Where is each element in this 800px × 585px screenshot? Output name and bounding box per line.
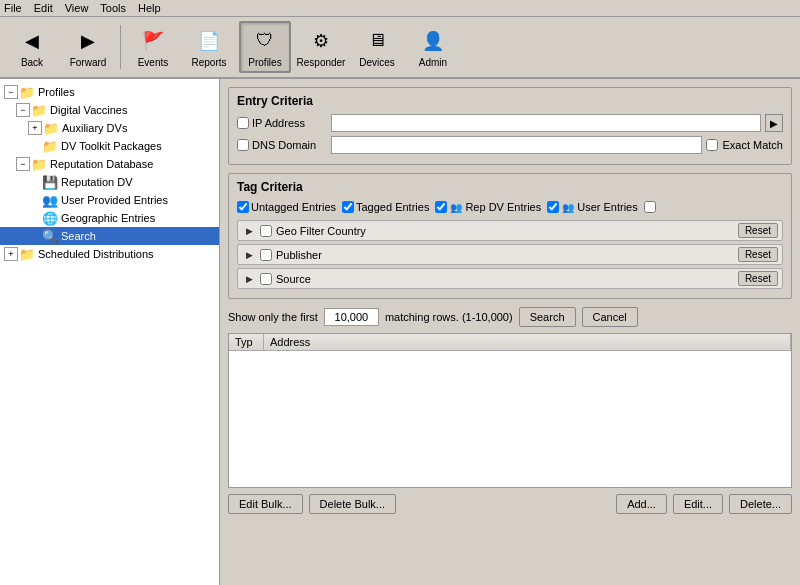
sidebar-item-reputation-db[interactable]: − 📁 Reputation Database — [0, 155, 219, 173]
sidebar-item-profiles[interactable]: − 📁 Profiles — [0, 83, 219, 101]
devices-button[interactable]: 🖥 Devices — [351, 21, 403, 73]
events-button[interactable]: 🚩 Events — [127, 21, 179, 73]
expander-auxiliary[interactable]: + — [28, 121, 42, 135]
sidebar-item-search[interactable]: 🔍 Search — [0, 227, 219, 245]
tagged-entries-label: Tagged Entries — [356, 201, 429, 213]
source-cb[interactable] — [260, 273, 272, 285]
results-col-address: Address — [264, 334, 791, 350]
results-header: Typ Address — [229, 334, 791, 351]
rep-dv-entries-item: 👥 Rep DV Entries — [435, 200, 541, 214]
expander-scheduled[interactable]: + — [4, 247, 18, 261]
ip-address-checkbox[interactable] — [237, 117, 249, 129]
publisher-arrow[interactable]: ▶ — [242, 248, 256, 262]
menu-bar: File Edit View Tools Help — [0, 0, 800, 17]
results-body — [229, 351, 791, 485]
edit-bulk-button[interactable]: Edit Bulk... — [228, 494, 303, 514]
forward-button[interactable]: ▶ Forward — [62, 21, 114, 73]
exact-match-label: Exact Match — [722, 139, 783, 151]
source-row: ▶ Source Reset — [237, 268, 783, 289]
dns-domain-checkbox[interactable] — [237, 139, 249, 151]
reports-button[interactable]: 📄 Reports — [183, 21, 235, 73]
menu-tools[interactable]: Tools — [100, 2, 126, 14]
menu-edit[interactable]: Edit — [34, 2, 53, 14]
menu-file[interactable]: File — [4, 2, 22, 14]
expander-profiles[interactable]: − — [4, 85, 18, 99]
ip-address-label: IP Address — [237, 117, 327, 129]
sidebar-item-scheduled[interactable]: + 📁 Scheduled Distributions — [0, 245, 219, 263]
user-entries-trailing-cb[interactable] — [644, 201, 656, 213]
untagged-entries-label: Untagged Entries — [251, 201, 336, 213]
publisher-row: ▶ Publisher Reset — [237, 244, 783, 265]
delete-bulk-button[interactable]: Delete Bulk... — [309, 494, 396, 514]
tag-checkboxes-row: Untagged Entries Tagged Entries 👥 Rep DV… — [237, 200, 783, 214]
geographic-icon: 🌐 — [42, 210, 58, 226]
cancel-button[interactable]: Cancel — [582, 307, 638, 327]
sidebar-item-reputation-dv[interactable]: 💾 Reputation DV — [0, 173, 219, 191]
digital-vaccines-icon: 📁 — [31, 102, 47, 118]
untagged-entries-item: Untagged Entries — [237, 201, 336, 213]
geo-filter-label: Geo Filter Country — [276, 225, 738, 237]
dns-domain-row: DNS Domain Exact Match — [237, 136, 783, 154]
profiles-tree-icon: 📁 — [19, 84, 35, 100]
reputation-dv-icon: 💾 — [42, 174, 58, 190]
sidebar-item-digital-vaccines[interactable]: − 📁 Digital Vaccines — [0, 101, 219, 119]
menu-help[interactable]: Help — [138, 2, 161, 14]
responder-button[interactable]: ⚙ Responder — [295, 21, 347, 73]
edit-button[interactable]: Edit... — [673, 494, 723, 514]
entry-criteria-section: Entry Criteria IP Address ▶ DNS Domain — [228, 87, 792, 165]
responder-icon: ⚙ — [307, 27, 335, 55]
exact-match-checkbox[interactable] — [706, 139, 718, 151]
user-entries-icon: 👥 — [561, 200, 575, 214]
expander-reputation[interactable]: − — [16, 157, 30, 171]
main-layout: − 📁 Profiles − 📁 Digital Vaccines + 📁 Au… — [0, 79, 800, 585]
search-tree-icon: 🔍 — [42, 228, 58, 244]
publisher-cb[interactable] — [260, 249, 272, 261]
back-button[interactable]: ◀ Back — [6, 21, 58, 73]
menu-view[interactable]: View — [65, 2, 89, 14]
publisher-reset-btn[interactable]: Reset — [738, 247, 778, 262]
user-entries-cb[interactable] — [547, 201, 559, 213]
rep-dv-entries-cb[interactable] — [435, 201, 447, 213]
tagged-entries-cb[interactable] — [342, 201, 354, 213]
scheduled-icon: 📁 — [19, 246, 35, 262]
tag-criteria-title: Tag Criteria — [237, 180, 783, 194]
dns-domain-input[interactable] — [331, 136, 702, 154]
matching-rows-label: matching rows. (1-10,000) — [385, 311, 513, 323]
search-row: Show only the first matching rows. (1-10… — [228, 307, 792, 327]
back-icon: ◀ — [18, 27, 46, 55]
user-provided-icon: 👥 — [42, 192, 58, 208]
tag-criteria-section: Tag Criteria Untagged Entries Tagged Ent… — [228, 173, 792, 299]
source-reset-btn[interactable]: Reset — [738, 271, 778, 286]
delete-button[interactable]: Delete... — [729, 494, 792, 514]
results-col-typ: Typ — [229, 334, 264, 350]
geo-filter-arrow[interactable]: ▶ — [242, 224, 256, 238]
exact-match-row: Exact Match — [706, 139, 783, 151]
source-label: Source — [276, 273, 738, 285]
tagged-entries-item: Tagged Entries — [342, 201, 429, 213]
sidebar-item-auxiliary-dvs[interactable]: + 📁 Auxiliary DVs — [0, 119, 219, 137]
add-button[interactable]: Add... — [616, 494, 667, 514]
admin-icon: 👤 — [419, 27, 447, 55]
dns-domain-label: DNS Domain — [237, 139, 327, 151]
match-count-input[interactable] — [324, 308, 379, 326]
ip-address-input[interactable] — [331, 114, 761, 132]
publisher-label: Publisher — [276, 249, 738, 261]
ip-address-row: IP Address ▶ — [237, 114, 783, 132]
search-button[interactable]: Search — [519, 307, 576, 327]
sidebar: − 📁 Profiles − 📁 Digital Vaccines + 📁 Au… — [0, 79, 220, 585]
user-entries-label: User Entries — [577, 201, 638, 213]
admin-button[interactable]: 👤 Admin — [407, 21, 459, 73]
expander-digital-vaccines[interactable]: − — [16, 103, 30, 117]
profiles-button[interactable]: 🛡 Profiles — [239, 21, 291, 73]
sidebar-item-dv-toolkit[interactable]: 📁 DV Toolkit Packages — [0, 137, 219, 155]
geo-filter-cb[interactable] — [260, 225, 272, 237]
sidebar-item-geographic[interactable]: 🌐 Geographic Entries — [0, 209, 219, 227]
untagged-entries-cb[interactable] — [237, 201, 249, 213]
rep-dv-icon: 👥 — [449, 200, 463, 214]
rep-dv-entries-label: Rep DV Entries — [465, 201, 541, 213]
events-icon: 🚩 — [139, 27, 167, 55]
ip-address-arrow-btn[interactable]: ▶ — [765, 114, 783, 132]
sidebar-item-user-provided[interactable]: 👥 User Provided Entries — [0, 191, 219, 209]
source-arrow[interactable]: ▶ — [242, 272, 256, 286]
geo-filter-reset-btn[interactable]: Reset — [738, 223, 778, 238]
